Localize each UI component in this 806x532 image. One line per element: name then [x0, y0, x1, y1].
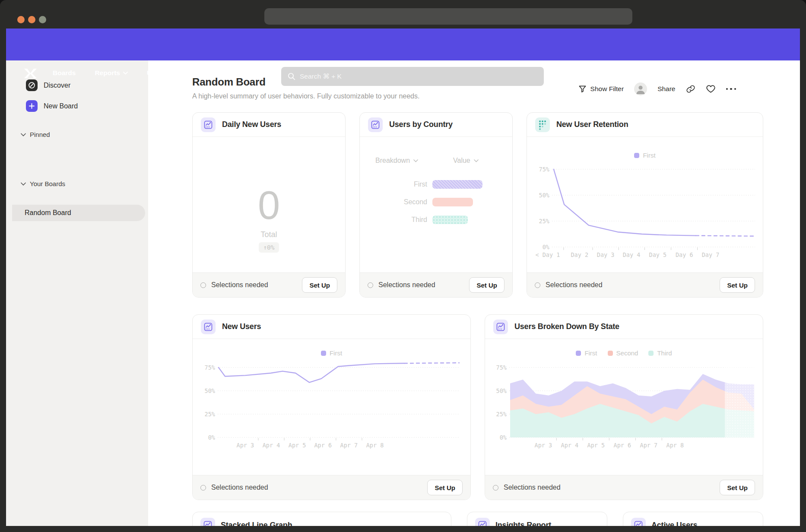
card-users-by-country: Users by Country Breakdown Value First S… [359, 112, 513, 298]
svg-text:50%: 50% [205, 387, 215, 394]
legend-label: First [643, 152, 655, 159]
nav-item-events[interactable]: Events [184, 69, 206, 77]
svg-text:Apr 3: Apr 3 [535, 442, 552, 449]
person-icon [634, 82, 647, 95]
database-settings-icon[interactable] [635, 67, 647, 79]
org-name: Organization [730, 65, 773, 74]
svg-text:Day 3: Day 3 [597, 251, 615, 258]
svg-text:25%: 25% [539, 218, 549, 225]
legend-label: Third [657, 349, 672, 357]
browser-window: Boards Reports Users Events [0, 0, 806, 532]
metric-caption: Total [193, 230, 345, 239]
svg-text:Apr 3: Apr 3 [237, 442, 254, 449]
compass-icon [26, 79, 38, 91]
legend: First [193, 349, 470, 357]
settings-gear-icon[interactable] [704, 67, 715, 79]
setup-button[interactable]: Set Up [302, 277, 337, 293]
selections-status: Selections needed [378, 281, 435, 289]
card-title: Daily New Users [222, 120, 281, 129]
selections-status: Selections needed [211, 484, 268, 491]
url-bar[interactable] [264, 8, 632, 25]
legend-label: First [584, 349, 597, 357]
global-search[interactable] [281, 67, 544, 86]
legend: First [527, 152, 763, 159]
selections-status: Selections needed [504, 484, 561, 491]
sidebar-section-your-boards[interactable]: Your Boards [21, 180, 65, 187]
breakdown-row: First [360, 180, 482, 189]
copy-link-icon[interactable] [686, 84, 695, 94]
sidebar-item-random-board[interactable]: Random Board [12, 205, 145, 221]
svg-text:?: ? [685, 70, 689, 76]
svg-text:75%: 75% [496, 364, 507, 371]
state-area-chart: 75%50%25%0%Apr 3Apr 4Apr 5Apr 6Apr 7Apr … [485, 339, 763, 476]
svg-text:75%: 75% [205, 364, 215, 371]
card-title: Users by Country [389, 120, 453, 129]
filter-icon [578, 85, 587, 93]
insights-chart-icon [201, 117, 216, 132]
legend-swatch [634, 153, 639, 158]
avatar[interactable] [634, 82, 647, 95]
svg-text:0%: 0% [208, 434, 215, 441]
card-new-users: New Users First 75%50%25%0%Apr 3Apr 4Apr… [192, 314, 471, 500]
setup-button[interactable]: Set Up [469, 277, 505, 293]
chevron-down-icon [777, 71, 783, 75]
card-daily-new-users: Daily New Users 0 Total ↑0% Selections n… [192, 112, 346, 298]
chevron-down-icon [123, 72, 128, 75]
traffic-light-close[interactable] [17, 16, 25, 23]
breakdown-row: Third [360, 215, 468, 224]
nav-item-boards[interactable]: Boards [53, 69, 76, 77]
card-title: New User Retention [556, 120, 628, 129]
new-users-chart: 75%50%25%0%Apr 3Apr 4Apr 5Apr 6Apr 7Apr … [193, 339, 470, 476]
svg-text:Day 6: Day 6 [676, 251, 693, 258]
value-dropdown[interactable]: Value [453, 157, 479, 165]
traffic-light-minimize[interactable] [28, 16, 35, 23]
selections-status: Selections needed [546, 281, 603, 289]
metric-value: 0 [193, 185, 345, 225]
search-input[interactable] [300, 73, 537, 80]
status-circle-icon [535, 282, 540, 288]
svg-text:0%: 0% [543, 244, 549, 250]
insights-chart-icon [201, 320, 216, 334]
legend: First Second Third [485, 349, 763, 357]
traffic-light-zoom[interactable] [39, 16, 46, 23]
favorite-heart-icon[interactable] [706, 84, 716, 94]
svg-text:Day 7: Day 7 [702, 251, 720, 258]
status-circle-icon [368, 282, 373, 288]
row-bar [432, 180, 482, 189]
legend-swatch [321, 351, 326, 356]
chevron-down-icon [413, 159, 418, 162]
svg-text:0%: 0% [500, 434, 507, 441]
window-bottom-edge [0, 526, 806, 532]
svg-text:Apr 5: Apr 5 [587, 442, 605, 449]
breakdown-dropdown[interactable]: Breakdown [375, 157, 418, 165]
svg-text:50%: 50% [496, 387, 507, 394]
top-nav: Boards Reports Users Events [6, 28, 800, 60]
setup-button[interactable]: Set Up [720, 480, 755, 495]
org-switcher[interactable]: Organization All Project Data [730, 65, 783, 81]
sidebar-section-pinned[interactable]: Pinned [21, 131, 50, 138]
nav-item-reports[interactable]: Reports [95, 69, 128, 77]
setup-button[interactable]: Set Up [720, 277, 755, 293]
delta-badge: ↑0% [259, 242, 279, 253]
row-bar [432, 198, 473, 206]
nav-item-users[interactable]: Users [147, 69, 165, 77]
mixpanel-logo-icon[interactable] [23, 68, 38, 79]
help-icon[interactable]: ? [681, 67, 692, 79]
setup-button[interactable]: Set Up [427, 480, 463, 495]
legend-swatch [608, 351, 613, 356]
chevron-down-icon [21, 133, 26, 136]
svg-text:< Day 1: < Day 1 [535, 251, 560, 258]
svg-text:Apr 8: Apr 8 [666, 442, 684, 449]
apps-grid-icon[interactable] [658, 67, 670, 79]
row-bar [432, 215, 468, 224]
svg-text:Apr 6: Apr 6 [614, 442, 631, 449]
more-options-button[interactable] [726, 88, 736, 90]
insights-chart-icon [493, 320, 508, 334]
chevron-down-icon [21, 182, 26, 186]
svg-text:Day 2: Day 2 [571, 251, 588, 258]
sidebar-item-new-board[interactable]: New Board [26, 100, 78, 112]
show-filter-button[interactable]: Show Filter [578, 85, 624, 93]
card-title: Users Broken Down By State [514, 322, 619, 331]
svg-text:Apr 6: Apr 6 [314, 442, 332, 449]
share-button[interactable]: Share [657, 85, 675, 93]
